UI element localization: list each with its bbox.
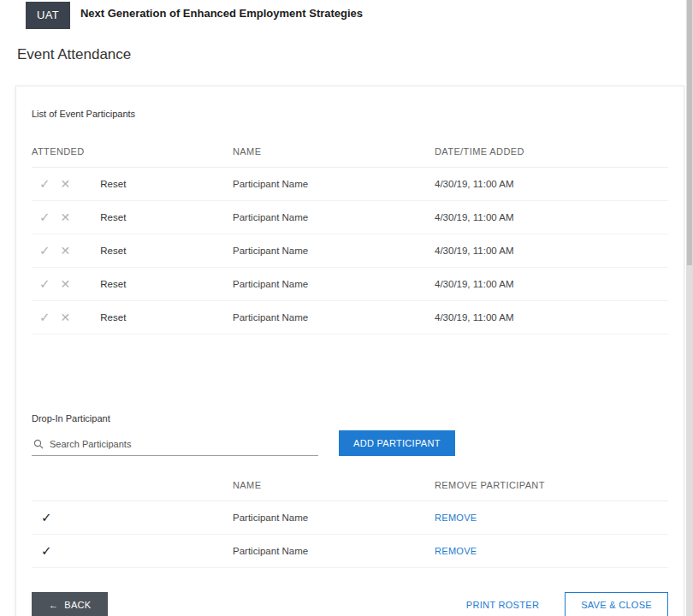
date-time-added: 4/30/19, 11:00 AM — [435, 246, 668, 256]
date-time-added: 4/30/19, 11:00 AM — [435, 279, 668, 289]
dropin-search-row: ADD PARTICIPANT — [32, 437, 668, 456]
attended-cross-icon[interactable]: ✕ — [61, 277, 71, 291]
attended-cross-icon[interactable]: ✕ — [61, 177, 71, 191]
back-button[interactable]: ← BACK — [32, 592, 108, 616]
table-row: ✓ ✕ Reset Participant Name 4/30/19, 11:0… — [32, 201, 668, 234]
environment-badge: UAT — [26, 2, 70, 29]
date-time-added: 4/30/19, 11:00 AM — [435, 179, 668, 189]
table-row: ✓ Participant Name REMOVE — [32, 535, 668, 568]
save-close-button[interactable]: SAVE & CLOSE — [565, 592, 668, 616]
attended-check-icon[interactable]: ✓ — [41, 543, 52, 559]
attended-cross-icon[interactable]: ✕ — [61, 311, 71, 324]
add-participant-button[interactable]: ADD PARTICIPANT — [339, 430, 455, 456]
attended-check-icon[interactable]: ✓ — [39, 276, 50, 292]
participant-name: Participant Name — [233, 546, 435, 556]
reset-link[interactable]: Reset — [100, 212, 126, 222]
table-row: ✓ ✕ Reset Participant Name 4/30/19, 11:0… — [32, 301, 668, 335]
reset-link[interactable]: Reset — [100, 246, 126, 256]
search-icon — [33, 439, 44, 449]
attended-check-icon[interactable]: ✓ — [39, 210, 50, 225]
dropin-section-label: Drop-In Participant — [32, 413, 668, 424]
remove-participant-link[interactable]: REMOVE — [435, 512, 477, 523]
column-header-remove: REMOVE PARTICIPANT — [435, 480, 668, 490]
table-row: ✓ ✕ Reset Participant Name 4/30/19, 11:0… — [32, 268, 668, 301]
attended-check-icon[interactable]: ✓ — [39, 243, 50, 258]
column-header-date-added: DATE/TIME ADDED — [435, 146, 668, 157]
date-time-added: 4/30/19, 11:00 AM — [435, 312, 668, 323]
attended-cross-icon[interactable]: ✕ — [61, 244, 71, 258]
participants-section-label: List of Event Participants — [32, 109, 668, 119]
participant-name: Participant Name — [233, 312, 435, 323]
participant-name: Participant Name — [233, 279, 435, 289]
date-time-added: 4/30/19, 11:00 AM — [435, 212, 668, 222]
reset-link[interactable]: Reset — [100, 312, 126, 323]
column-header-name: NAME — [233, 480, 435, 490]
reset-link[interactable]: Reset — [100, 179, 126, 189]
top-header: UAT Next Generation of Enhanced Employme… — [0, 0, 693, 29]
column-header-name: NAME — [233, 146, 435, 157]
page-title: Event Attendance — [17, 46, 693, 63]
attended-check-icon[interactable]: ✓ — [41, 510, 52, 525]
table-row: ✓ Participant Name REMOVE — [32, 501, 668, 535]
print-roster-link[interactable]: PRINT ROSTER — [466, 600, 539, 610]
scrollbar[interactable] — [686, 0, 693, 616]
participant-name: Participant Name — [233, 179, 435, 189]
table-row: ✓ ✕ Reset Participant Name 4/30/19, 11:0… — [32, 234, 668, 268]
dropin-table-header: NAME REMOVE PARTICIPANT — [32, 471, 668, 501]
attended-cross-icon[interactable]: ✕ — [61, 210, 71, 224]
attended-check-icon[interactable]: ✓ — [39, 310, 50, 325]
back-arrow-icon: ← — [49, 600, 58, 610]
app-title: Next Generation of Enhanced Employment S… — [80, 7, 363, 20]
column-header-attended: ATTENDED — [32, 146, 233, 157]
reset-link[interactable]: Reset — [100, 279, 126, 289]
search-box — [32, 437, 318, 456]
participant-name: Participant Name — [233, 212, 435, 222]
scrollbar-thumb[interactable] — [687, 0, 692, 265]
attended-check-icon[interactable]: ✓ — [39, 176, 50, 192]
remove-participant-link[interactable]: REMOVE — [435, 546, 477, 556]
event-attendance-card: List of Event Participants ATTENDED NAME… — [15, 86, 684, 616]
table-row: ✓ ✕ Reset Participant Name 4/30/19, 11:0… — [32, 168, 668, 201]
participant-name: Participant Name — [233, 512, 435, 523]
back-button-label: BACK — [64, 600, 91, 610]
card-footer: ← BACK PRINT ROSTER SAVE & CLOSE — [32, 592, 668, 616]
participant-name: Participant Name — [233, 246, 435, 256]
search-participants-input[interactable] — [50, 439, 317, 449]
event-table-header: ATTENDED NAME DATE/TIME ADDED — [32, 138, 668, 168]
